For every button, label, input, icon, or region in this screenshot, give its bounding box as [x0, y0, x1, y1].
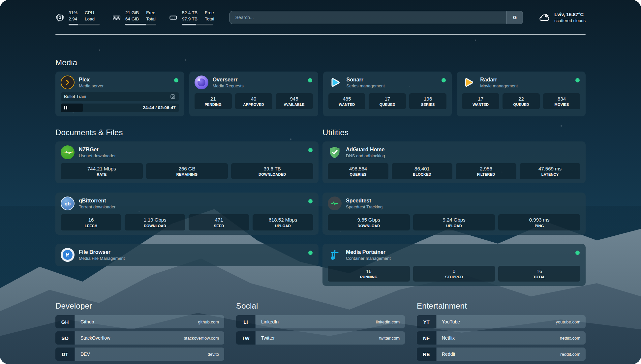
- stat-rate: 744.21 Mbps RATE: [61, 163, 143, 179]
- snow-specks: [0, 0, 1, 1]
- card-overseerr[interactable]: Overseerr Media Requests 21 PENDING 40 A…: [189, 72, 318, 116]
- card-nzbget[interactable]: nzbget NZBGet Usenet downloader 744.21 M…: [55, 141, 319, 184]
- nzbget-status-dot: [308, 148, 313, 152]
- weather-widget[interactable]: Lviv, 16.87°C scattered clouds: [538, 12, 586, 23]
- section-utilities: Utilities AdGuard Home DNS and adblockin…: [322, 128, 586, 286]
- bookmark-domain: twitter.com: [379, 336, 400, 341]
- qbittorrent-status-dot: [308, 199, 313, 203]
- nzbget-desc: Usenet downloader: [79, 153, 116, 158]
- disk-widget: 52.4 TB 97.9 TB Free Total: [169, 10, 214, 25]
- card-filebrowser[interactable]: File Browser Media File Management: [55, 244, 319, 266]
- section-documents: Documents & Files nzbget NZBGet Usenet d…: [55, 128, 319, 286]
- media-session-icon: [170, 94, 176, 100]
- cpu-usage-label: CPU: [85, 10, 95, 16]
- bookmark-domain: reddit.com: [560, 352, 580, 357]
- radarr-logo-icon: [462, 76, 476, 89]
- stat-blocked: 86,401 BLOCKED: [392, 163, 452, 179]
- search-bar: G: [229, 11, 523, 24]
- bookmark-reddit[interactable]: RE Reddit reddit.com: [417, 348, 586, 361]
- dashboard-screen: 31% 2.94 CPU Load: [0, 0, 641, 364]
- disk-progress-bar: [182, 24, 213, 25]
- card-radarr[interactable]: Radarr Movie management 17 WANTED 22 QUE…: [457, 72, 586, 116]
- search-input[interactable]: [230, 11, 507, 24]
- stat-approved: 40 APPROVED: [235, 93, 272, 109]
- stat-upload: 618.52 Mbps UPLOAD: [253, 214, 313, 230]
- bookmark-twitter[interactable]: TW Twitter twitter.com: [236, 331, 405, 345]
- bookmark-name: DEV: [80, 351, 90, 357]
- nzbget-name: NZBGet: [79, 146, 116, 153]
- pause-icon[interactable]: [64, 106, 67, 109]
- plex-progress-time: 24:44 / 02:06:47: [143, 105, 176, 110]
- cpu-usage-value: 31%: [69, 10, 77, 16]
- stat-latency: 47.569 ms LATENCY: [520, 163, 580, 179]
- portainer-logo-icon: [328, 248, 342, 262]
- filebrowser-status-dot: [308, 251, 313, 255]
- bookmark-domain: github.com: [198, 319, 219, 324]
- memory-free-value: 21 GiB: [125, 10, 139, 16]
- stat-queries: 498,564 QUERIES: [328, 163, 388, 179]
- plex-status-dot: [174, 78, 178, 82]
- bookmark-name: Netflix: [442, 335, 455, 341]
- bookmark-linkedin[interactable]: LI LinkedIn linkedin.com: [236, 315, 405, 328]
- disk-total-value: 97.9 TB: [182, 16, 198, 22]
- bookmark-domain: linkedin.com: [376, 319, 400, 324]
- sonarr-status-dot: [442, 78, 446, 82]
- top-bar: 31% 2.94 CPU Load: [55, 10, 586, 25]
- plex-desc: Media server: [79, 83, 104, 88]
- weather-location: Lviv, 16.87°C: [554, 12, 586, 18]
- stat-seed: 471 SEED: [189, 214, 249, 230]
- bookmark-domain: youtube.com: [556, 319, 580, 324]
- bookmark-name: StackOverflow: [80, 335, 110, 341]
- section-title-social: Social: [236, 301, 405, 311]
- bookmark-abbr: TW: [236, 331, 255, 345]
- stat-downloaded: 39.6 TB DOWNLOADED: [231, 163, 313, 179]
- bookmark-domain: netflix.com: [560, 336, 580, 341]
- bookmark-group-entertainment: Entertainment YT YouTube youtube.com NF …: [417, 301, 586, 361]
- card-adguard[interactable]: AdGuard Home DNS and adblocking 498,564 …: [322, 141, 586, 184]
- card-speedtest[interactable]: Speedtest Speedtest Tracking 9.65 Gbps D…: [322, 193, 586, 235]
- bookmark-youtube[interactable]: YT YouTube youtube.com: [417, 315, 586, 328]
- card-portainer[interactable]: Media Portainer Container management 16 …: [322, 244, 586, 286]
- bookmark-domain: dev.to: [208, 352, 219, 357]
- filebrowser-logo-icon: [61, 248, 75, 262]
- stat-ping: 0.993 ms PING: [498, 214, 580, 230]
- topbar-divider: [55, 34, 586, 35]
- memory-icon: [112, 13, 121, 22]
- bookmark-netflix[interactable]: NF Netflix netflix.com: [417, 331, 586, 345]
- stat-stopped: 0 STOPPED: [413, 266, 495, 282]
- bookmark-abbr: RE: [417, 348, 436, 361]
- speedtest-desc: Speedtest Tracking: [346, 204, 382, 209]
- stat-remaining: 266 GB REMAINING: [146, 163, 228, 179]
- stat-queued: 17 QUEUED: [369, 93, 406, 109]
- plex-logo-icon: [61, 76, 75, 89]
- bookmark-abbr: NF: [417, 331, 436, 345]
- stat-filtered: 2,956 FILTERED: [456, 163, 516, 179]
- stat-wanted: 17 WANTED: [462, 93, 499, 109]
- search-provider-button[interactable]: G: [506, 11, 523, 24]
- overseerr-name: Overseerr: [213, 76, 244, 83]
- bookmark-github[interactable]: GH Github github.com: [55, 315, 224, 328]
- bookmark-name: Reddit: [442, 351, 455, 357]
- overseerr-status-dot: [308, 78, 312, 82]
- bookmark-abbr: YT: [417, 315, 436, 328]
- bookmark-name: YouTube: [442, 319, 460, 324]
- speedtest-logo-icon: [328, 197, 342, 210]
- card-qbittorrent[interactable]: qb qBittorrent Torrent downloader 16 LEE…: [55, 193, 319, 235]
- card-plex[interactable]: Plex Media server Bullet Train: [55, 72, 184, 116]
- memory-progress-bar: [125, 24, 156, 25]
- memory-widget: 21 GiB 64 GiB Free Total: [112, 10, 156, 25]
- cpu-widget: 31% 2.94 CPU Load: [55, 10, 100, 25]
- bookmark-abbr: SO: [55, 331, 75, 345]
- nzbget-logo-icon: nzbget: [61, 145, 75, 159]
- adguard-logo-icon: [328, 145, 342, 159]
- card-sonarr[interactable]: Sonarr Series management 485 WANTED 17 Q…: [323, 72, 452, 116]
- qbittorrent-logo-icon: qb: [61, 197, 75, 210]
- bookmark-stackoverflow[interactable]: SO StackOverflow stackoverflow.com: [55, 331, 224, 345]
- stat-wanted: 485 WANTED: [328, 93, 366, 109]
- bookmark-dev[interactable]: DT DEV dev.to: [55, 348, 224, 361]
- cpu-icon: [55, 13, 64, 22]
- sonarr-desc: Series management: [347, 83, 385, 88]
- section-title-media: Media: [55, 58, 586, 68]
- filebrowser-name: File Browser: [79, 249, 125, 256]
- section-media: Media Plex Media server: [55, 58, 586, 116]
